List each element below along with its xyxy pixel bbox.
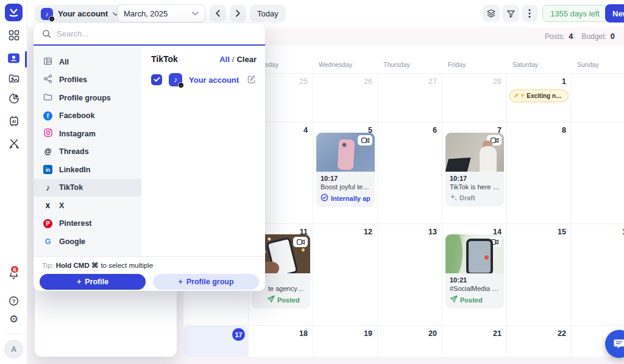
- calendar-cell[interactable]: 7 10:17 TikTok is here at Ko... Draft: [442, 122, 506, 223]
- date-number: 27: [428, 77, 437, 86]
- month-selector[interactable]: March, 2025: [117, 4, 205, 23]
- filter-item[interactable]: @ Threads: [34, 143, 141, 161]
- date-number: 26: [364, 77, 372, 86]
- calendar-cell[interactable]: 12: [313, 224, 377, 325]
- filter-item-label: All: [59, 58, 69, 66]
- post-card[interactable]: 10:17 Boost joyful team pr... Internally…: [316, 133, 375, 207]
- budget-label: Budget:: [581, 32, 606, 41]
- video-badge: [293, 237, 308, 247]
- next-month-button[interactable]: [230, 5, 246, 22]
- previous-month-button[interactable]: [210, 5, 226, 22]
- post-time: 10:17: [321, 175, 370, 183]
- filter-item[interactable]: P Pinterest: [34, 215, 141, 233]
- layers-button[interactable]: [483, 5, 500, 22]
- calendar-cell[interactable]: 1 Exciting news! ...: [506, 74, 571, 122]
- calendar-cell[interactable]: 15: [506, 224, 571, 325]
- date-number: 8: [562, 126, 566, 135]
- calendar-cell[interactable]: 26: [313, 74, 377, 122]
- calendar-cell[interactable]: 20: [377, 326, 442, 357]
- nav-analytics[interactable]: [0, 93, 27, 104]
- more-options-button[interactable]: [522, 5, 537, 22]
- today-button[interactable]: Today: [250, 5, 286, 22]
- nav-help[interactable]: ?: [0, 296, 27, 306]
- calendar-cell[interactable]: 28: [442, 74, 506, 122]
- new-button[interactable]: New: [605, 4, 624, 23]
- nav-creative-tools[interactable]: [0, 138, 27, 149]
- edit-account-button[interactable]: [247, 75, 257, 85]
- account-checkbox[interactable]: [151, 74, 162, 85]
- nav-media-albums[interactable]: [0, 73, 27, 84]
- post-status: Posted: [450, 295, 500, 304]
- account-avatar: ♪♪: [41, 8, 53, 20]
- select-all-link[interactable]: All: [219, 55, 230, 64]
- calendar-cell[interactable]: 18: [248, 326, 313, 357]
- day-of-week-label: Wednesday: [313, 61, 377, 73]
- nav-posts-active[interactable]: [0, 52, 27, 65]
- calendar-cell[interactable]: 14 10:21 #SocialMedia #Kont... Posted: [442, 224, 506, 325]
- nav-settings[interactable]: ⚙: [0, 314, 27, 324]
- filter-item-label: Facebook: [59, 111, 94, 120]
- calendar-cell[interactable]: 5 10:17 Boost joyful team pr... Internal…: [313, 122, 377, 223]
- account-selector-label: Your account: [58, 9, 108, 18]
- filter-item[interactable]: Profiles: [34, 71, 141, 89]
- calendar-cell[interactable]: 21: [442, 326, 506, 357]
- filter-item[interactable]: Profile groups: [34, 89, 141, 107]
- rail-divider: [6, 334, 21, 334]
- filter-item[interactable]: in LinkedIn: [34, 161, 141, 179]
- post-card[interactable]: 10:17 TikTok is here at Ko... Draft: [445, 133, 504, 206]
- calendar-cell[interactable]: 22: [506, 326, 571, 357]
- gear-icon: ⚙: [9, 314, 18, 324]
- clear-link[interactable]: Clear: [236, 55, 257, 64]
- calendar-cell[interactable]: 16: [571, 224, 624, 325]
- add-profile-button[interactable]: +Profile: [40, 274, 146, 290]
- calendar-cell[interactable]: 6: [377, 122, 442, 223]
- filter-detail-pane: TikTok All / Clear ♪♪ Your account: [141, 46, 265, 256]
- panel-footer: Tip:Hold CMD ⌘to select multiple +Profil…: [34, 256, 265, 291]
- account-row[interactable]: ♪♪ Your account: [151, 73, 257, 86]
- filter-item[interactable]: X X: [34, 197, 141, 215]
- post-card[interactable]: 10:21 #SocialMedia #Kont... Posted: [445, 234, 504, 309]
- filter-item[interactable]: Instagram: [34, 125, 141, 143]
- help-icon: ?: [9, 296, 19, 306]
- date-number: 4: [303, 126, 308, 135]
- app-logo[interactable]: [5, 4, 23, 21]
- date-number: 12: [364, 228, 372, 236]
- account-selector[interactable]: ♪♪ Your account: [35, 5, 125, 23]
- account-name: Your account: [189, 75, 240, 85]
- calendar-cell[interactable]: 17: [183, 326, 248, 357]
- chevron-down-icon: [192, 12, 199, 16]
- pinterest-icon: P: [43, 219, 52, 228]
- trial-days-left-badge[interactable]: 1355 days left: [542, 5, 608, 22]
- filter-item[interactable]: All: [34, 53, 141, 71]
- calendar-cell[interactable]: 27: [377, 74, 442, 122]
- video-camera-icon: [361, 138, 369, 143]
- calendar-cell[interactable]: 19: [313, 326, 377, 357]
- tiktok-badge-icon: ♪: [49, 16, 55, 22]
- app-window: Posts: 4 Budget: 0 promosaletik MondayTu…: [0, 0, 624, 364]
- filter-item-label: Pinterest: [59, 219, 92, 228]
- calendar-note-pill[interactable]: Exciting news! ...: [509, 89, 569, 102]
- post-status: Posted: [256, 295, 306, 304]
- post-time: 10:17: [450, 175, 500, 183]
- nav-notifications[interactable]: 6: [0, 269, 27, 279]
- search-input[interactable]: [57, 29, 257, 38]
- search-icon: [42, 29, 51, 38]
- calendar-cell[interactable]: 13: [377, 224, 442, 325]
- post-status-label: Internally appro...: [331, 195, 370, 202]
- calendar-cell[interactable]: 9: [571, 122, 624, 223]
- filter-item[interactable]: f Facebook: [34, 107, 141, 125]
- filter-item[interactable]: G Google: [34, 233, 141, 251]
- add-profile-group-button[interactable]: +Profile group: [153, 274, 259, 290]
- nav-dashboard[interactable]: [0, 30, 27, 41]
- new-button-label: New: [612, 9, 624, 18]
- filter-item[interactable]: ♪ TikTok: [34, 179, 141, 197]
- filter-button[interactable]: [502, 5, 519, 22]
- kebab-menu-icon: [528, 9, 531, 18]
- video-badge: [487, 237, 502, 247]
- user-avatar[interactable]: A: [4, 340, 23, 359]
- calendar-cell[interactable]: 8: [506, 122, 571, 223]
- media-folder-icon: [9, 73, 20, 84]
- post-thumbnail: [445, 234, 504, 273]
- calendar-cell[interactable]: 2: [571, 74, 624, 122]
- nav-ai-tools[interactable]: AI: [0, 116, 27, 127]
